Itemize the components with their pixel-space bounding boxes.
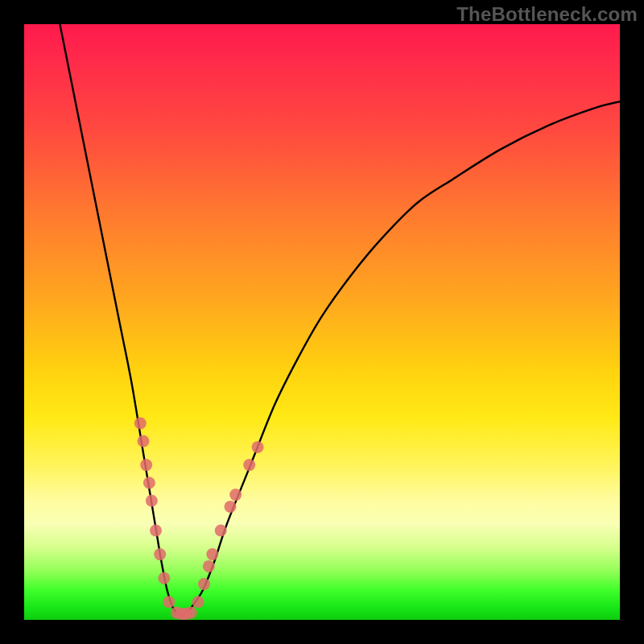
- curve-marker: [138, 436, 150, 448]
- curve-marker: [185, 607, 197, 619]
- curve-marker: [225, 501, 237, 513]
- curve-marker: [229, 489, 242, 501]
- curve-marker: [163, 596, 175, 608]
- curve-marker: [252, 441, 264, 453]
- curve-marker: [203, 560, 215, 572]
- curve-marker: [215, 525, 227, 537]
- bottleneck-curve: [60, 24, 620, 614]
- curve-marker: [143, 477, 155, 489]
- curve-marker: [158, 572, 170, 584]
- watermark-text: TheBottleneck.com: [456, 3, 638, 26]
- curve-marker: [154, 548, 166, 560]
- chart-frame: TheBottleneck.com: [0, 0, 644, 644]
- curve-marker: [140, 459, 152, 471]
- curve-marker: [206, 548, 218, 560]
- curve-marker: [150, 525, 162, 537]
- curve-marker: [243, 459, 255, 471]
- curve-marker: [198, 578, 210, 590]
- curve-marker: [146, 495, 158, 507]
- curve-marker: [192, 596, 204, 608]
- chart-svg-layer: [24, 24, 620, 620]
- curve-marker: [134, 417, 147, 429]
